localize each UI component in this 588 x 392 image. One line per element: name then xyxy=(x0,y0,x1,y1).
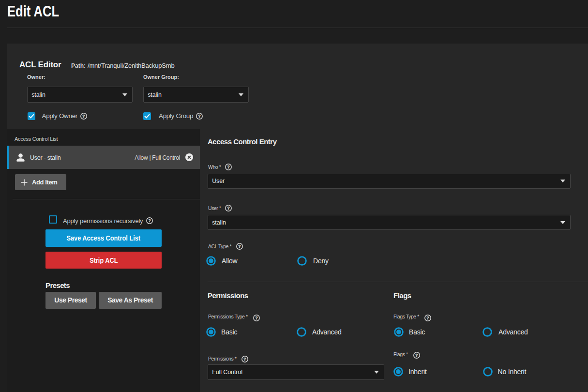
svg-text:?: ? xyxy=(426,316,429,320)
svg-text:?: ? xyxy=(415,353,418,358)
svg-text:?: ? xyxy=(82,114,85,119)
svg-text:?: ? xyxy=(255,316,258,320)
svg-text:?: ? xyxy=(238,244,241,249)
svg-text:?: ? xyxy=(227,206,230,211)
svg-text:?: ? xyxy=(243,357,246,362)
svg-text:?: ? xyxy=(198,114,201,119)
svg-text:?: ? xyxy=(148,218,151,223)
svg-text:?: ? xyxy=(227,165,230,169)
